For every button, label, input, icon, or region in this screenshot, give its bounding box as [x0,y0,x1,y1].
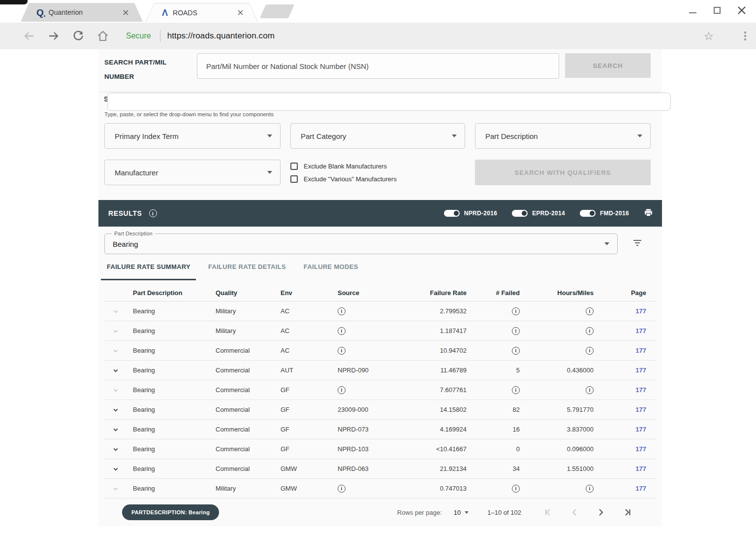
expand-row-chevron-icon[interactable] [104,425,127,434]
tab-close-icon[interactable] [236,8,245,17]
dropdown-part-category[interactable]: Part Category [290,123,465,149]
cell-value[interactable]: 177 [635,445,646,453]
cell-page-link[interactable]: 177 [600,366,656,374]
table-row[interactable]: Bearing Commercial GF i 7.607761 i i 177 [104,380,656,400]
tab-quanterion[interactable]: Q Quanterion [21,3,143,22]
dropdown-part-description[interactable]: Part Description [475,123,651,149]
tab-failure-rate-summary[interactable]: FAILURE RATE SUMMARY [107,263,190,270]
expand-row-chevron-icon[interactable] [104,386,127,395]
table-row[interactable]: Bearing Commercial GF NPRD-103 <10.41667… [104,439,656,459]
cell-page-link[interactable]: 177 [600,445,656,453]
info-icon[interactable]: i [586,307,594,315]
print-icon[interactable] [644,208,653,219]
info-icon[interactable]: i [586,347,594,355]
maximize-button[interactable] [712,5,723,16]
filter-chip[interactable]: PARTDESCRIPTION: Bearing [122,504,219,520]
tab-close-icon[interactable] [121,8,130,17]
secure-badge[interactable]: Secure [126,32,151,40]
cell-value: Commercial [216,406,250,413]
cell-value[interactable]: 177 [635,426,646,433]
close-button[interactable] [736,5,747,16]
address-url[interactable]: https://roads.quanterion.com [167,31,275,41]
info-icon[interactable]: i [512,386,520,394]
cell-value[interactable]: 177 [635,327,646,334]
table-row[interactable]: Bearing Military GMW i 0.747013 i i 177 [104,479,656,499]
component-search-input[interactable] [107,93,671,111]
expand-row-chevron-icon[interactable] [104,366,127,375]
toggle-eprd-2014[interactable]: EPRD-2014 [512,210,565,217]
cell-page-link[interactable]: 177 [600,406,656,413]
last-page-icon[interactable] [622,506,633,518]
browser-menu-icon[interactable] [742,30,748,42]
next-page-icon[interactable] [595,506,607,518]
table-row[interactable]: Bearing Commercial AC i 10.94702 i i 177 [104,341,656,361]
info-icon[interactable]: i [586,485,594,493]
table-row[interactable]: Bearing Military AC i 2.799532 i i 177 [104,301,656,321]
cell-value[interactable]: 177 [635,386,646,394]
tab-failure-modes[interactable]: FAILURE MODES [304,263,358,270]
cell-value[interactable]: 177 [635,366,646,374]
info-icon[interactable]: i [586,327,594,335]
search-button[interactable]: SEARCH [565,53,651,78]
toggle-nprd-2016[interactable]: NPRD-2016 [444,210,497,217]
checkbox-label: Exclude "Various" Manufacturers [304,175,397,183]
bookmark-star-icon[interactable]: ☆ [703,31,714,42]
expand-row-chevron-icon[interactable] [104,307,127,316]
exclude-blank-checkbox[interactable] [290,163,298,170]
cell-page-link[interactable]: 177 [600,485,656,492]
cell-page-link[interactable]: 177 [600,307,656,315]
cell-page-link[interactable]: 177 [600,426,656,433]
info-icon[interactable]: i [338,386,346,394]
search-with-qualifiers-button[interactable]: SEARCH WITH QUALIFIERS [475,160,651,185]
tab-failure-rate-details[interactable]: FAILURE RATE DETAILS [208,263,286,270]
cell-value: 5 [516,366,520,374]
toggle-fmd-2016[interactable]: FMD-2016 [580,210,629,217]
cell-page-link[interactable]: 177 [600,327,656,334]
expand-row-chevron-icon[interactable] [104,465,127,473]
cell-value[interactable]: 177 [635,307,646,315]
expand-row-chevron-icon[interactable] [104,327,127,335]
info-icon[interactable]: i [512,327,520,335]
cell-page-link[interactable]: 177 [600,386,656,394]
table-row[interactable]: Bearing Commercial GMW NPRD-063 21.92134… [104,459,656,479]
part-mil-input[interactable] [197,53,559,79]
tab-roads[interactable]: Λ ROADS [146,3,258,22]
previous-page-icon[interactable] [568,506,580,518]
cell-value[interactable]: 177 [635,465,646,472]
dropdown-manufacturer[interactable]: Manufacturer [104,160,281,185]
info-icon[interactable]: i [338,485,346,493]
expand-row-chevron-icon[interactable] [104,405,127,414]
info-icon[interactable]: i [338,347,346,355]
first-page-icon[interactable] [542,506,554,518]
filter-list-icon[interactable] [632,238,642,248]
cell-failure-rate: <10.41667 [391,445,473,453]
rows-per-page-select[interactable]: 10 [454,509,469,516]
back-icon[interactable] [21,28,37,44]
info-icon[interactable]: i [338,327,346,335]
table-row[interactable]: Bearing Commercial GF 23009-000 14.15802… [104,400,656,420]
info-icon[interactable]: i [149,209,157,217]
dropdown-primary-index-term[interactable]: Primary Index Term [104,123,281,149]
cell-page-link[interactable]: 177 [600,347,656,354]
info-icon[interactable]: i [512,485,520,493]
info-icon[interactable]: i [512,347,520,355]
cell-page-link[interactable]: 177 [600,465,656,472]
table-row[interactable]: Bearing Commercial AUT NPRD-090 11.46789… [104,361,656,380]
exclude-various-checkbox[interactable] [290,175,298,183]
minimize-button[interactable] [687,5,698,16]
cell-value[interactable]: 177 [635,347,646,354]
cell-value[interactable]: 177 [635,485,646,492]
info-icon[interactable]: i [512,307,520,315]
table-row[interactable]: Bearing Military AC i 1.187417 i i 177 [104,321,656,341]
info-icon[interactable]: i [338,307,346,315]
reload-icon[interactable] [70,28,87,44]
expand-row-chevron-icon[interactable] [104,484,127,493]
home-icon[interactable] [94,28,111,44]
expand-row-chevron-icon[interactable] [104,346,127,355]
expand-row-chevron-icon[interactable] [104,445,127,454]
forward-icon[interactable] [45,28,62,44]
info-icon[interactable]: i [586,386,594,394]
part-description-filter-field[interactable]: Part Description Bearing [104,233,618,254]
table-row[interactable]: Bearing Commercial GF NPRD-073 4.169924 … [104,420,656,439]
cell-value[interactable]: 177 [635,406,646,413]
